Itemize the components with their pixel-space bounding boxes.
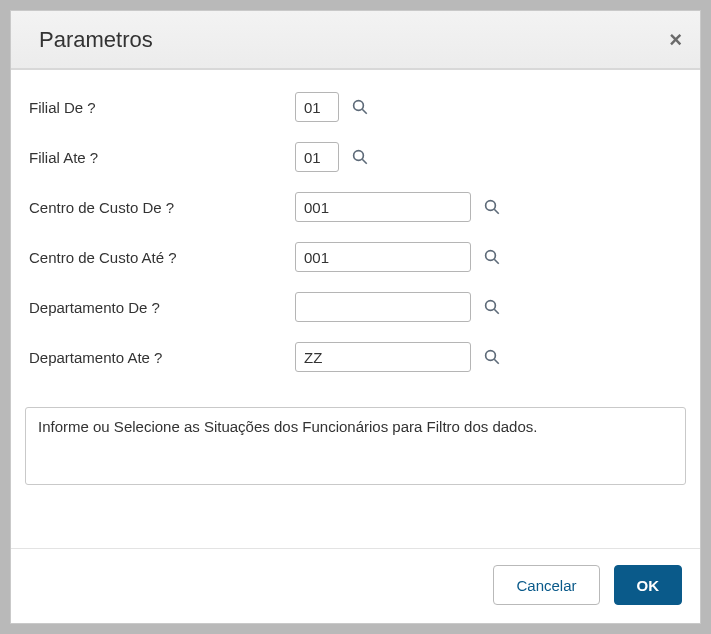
help-area: Informe ou Selecione as Situações dos Fu… xyxy=(11,391,700,495)
svg-point-8 xyxy=(486,301,496,311)
cancel-button[interactable]: Cancelar xyxy=(493,565,599,605)
search-icon[interactable] xyxy=(481,196,503,218)
search-icon[interactable] xyxy=(349,96,371,118)
row-cc-de: Centro de Custo De ? xyxy=(25,182,690,232)
form-area: Filial De ? Filial Ate ? xyxy=(11,69,700,391)
svg-line-5 xyxy=(494,209,499,214)
controls xyxy=(295,142,371,172)
form-scroll[interactable]: Filial De ? Filial Ate ? xyxy=(11,70,700,390)
dialog-title: Parametros xyxy=(39,27,153,53)
svg-point-4 xyxy=(486,201,496,211)
search-icon[interactable] xyxy=(349,146,371,168)
label-dep-ate: Departamento Ate ? xyxy=(25,349,295,366)
svg-line-1 xyxy=(362,109,367,114)
input-cc-ate[interactable] xyxy=(295,242,471,272)
row-cc-ate: Centro de Custo Até ? xyxy=(25,232,690,282)
input-cc-de[interactable] xyxy=(295,192,471,222)
dialog-footer: Cancelar OK xyxy=(11,548,700,623)
row-dep-ate: Departamento Ate ? xyxy=(25,332,690,382)
parameters-dialog: Parametros × Filial De ? Filial Ate ? xyxy=(10,10,701,624)
search-icon[interactable] xyxy=(481,346,503,368)
controls xyxy=(295,292,503,322)
dialog-header: Parametros × xyxy=(11,11,700,69)
svg-point-0 xyxy=(354,101,364,111)
svg-line-9 xyxy=(494,309,499,314)
svg-line-7 xyxy=(494,259,499,264)
input-dep-ate[interactable] xyxy=(295,342,471,372)
label-filial-ate: Filial Ate ? xyxy=(25,149,295,166)
ok-button[interactable]: OK xyxy=(614,565,683,605)
row-filial-de: Filial De ? xyxy=(25,82,690,132)
label-filial-de: Filial De ? xyxy=(25,99,295,116)
row-dep-de: Departamento De ? xyxy=(25,282,690,332)
overflow-spacer xyxy=(25,382,690,390)
controls xyxy=(295,342,503,372)
dialog-backdrop: Parametros × Filial De ? Filial Ate ? xyxy=(0,0,711,634)
close-icon[interactable]: × xyxy=(669,29,682,51)
controls xyxy=(295,192,503,222)
input-filial-de[interactable] xyxy=(295,92,339,122)
input-dep-de[interactable] xyxy=(295,292,471,322)
help-text: Informe ou Selecione as Situações dos Fu… xyxy=(25,407,686,485)
svg-line-3 xyxy=(362,159,367,164)
svg-point-6 xyxy=(486,251,496,261)
controls xyxy=(295,242,503,272)
svg-point-10 xyxy=(486,351,496,361)
search-icon[interactable] xyxy=(481,246,503,268)
label-cc-de: Centro de Custo De ? xyxy=(25,199,295,216)
input-filial-ate[interactable] xyxy=(295,142,339,172)
svg-point-2 xyxy=(354,151,364,161)
search-icon[interactable] xyxy=(481,296,503,318)
svg-line-11 xyxy=(494,359,499,364)
controls xyxy=(295,92,371,122)
row-filial-ate: Filial Ate ? xyxy=(25,132,690,182)
label-dep-de: Departamento De ? xyxy=(25,299,295,316)
label-cc-ate: Centro de Custo Até ? xyxy=(25,249,295,266)
